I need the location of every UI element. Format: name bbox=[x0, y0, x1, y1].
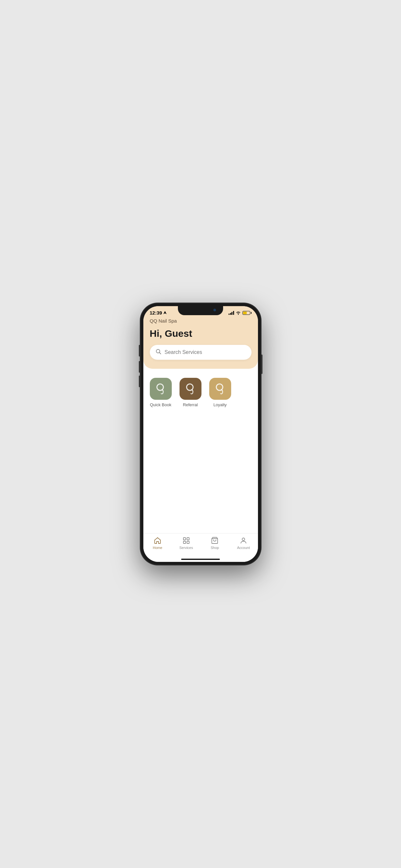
wifi-icon bbox=[236, 311, 241, 315]
loyalty-item[interactable]: Loyalty bbox=[209, 378, 231, 407]
notch bbox=[178, 306, 223, 315]
svg-rect-6 bbox=[183, 538, 186, 540]
svg-point-5 bbox=[216, 384, 223, 391]
svg-rect-8 bbox=[183, 541, 186, 544]
nav-account[interactable]: Account bbox=[234, 537, 253, 550]
shop-icon bbox=[211, 537, 219, 545]
services-icon bbox=[182, 537, 190, 545]
referral-icon-bg bbox=[180, 378, 202, 400]
status-icons bbox=[228, 311, 251, 315]
svg-point-3 bbox=[157, 384, 163, 391]
status-bar: 12:39 bbox=[143, 306, 258, 317]
notch-dot bbox=[213, 309, 216, 311]
svg-marker-0 bbox=[163, 311, 166, 314]
quick-book-label: Quick Book bbox=[150, 402, 171, 407]
nav-services-label: Services bbox=[180, 546, 193, 550]
svg-point-10 bbox=[242, 538, 245, 540]
location-arrow-icon bbox=[163, 311, 166, 315]
referral-label: Referral bbox=[183, 402, 197, 407]
quick-book-icon bbox=[154, 382, 167, 396]
nav-services[interactable]: Services bbox=[177, 537, 196, 550]
greeting-text: Hi, Guest bbox=[150, 328, 251, 339]
quick-actions: Quick Book Referral bbox=[150, 378, 251, 407]
search-icon bbox=[156, 349, 161, 356]
nav-home-label: Home bbox=[153, 546, 162, 550]
phone-screen: 12:39 bbox=[143, 306, 258, 562]
loyalty-icon-bg bbox=[209, 378, 231, 400]
loyalty-label: Loyalty bbox=[213, 402, 227, 407]
quick-book-icon-bg bbox=[150, 378, 172, 400]
nav-account-label: Account bbox=[237, 546, 250, 550]
svg-point-4 bbox=[187, 384, 193, 391]
referral-icon bbox=[184, 382, 197, 396]
bottom-nav: Home Services Shop bbox=[143, 533, 258, 559]
search-input[interactable] bbox=[165, 349, 246, 355]
svg-rect-9 bbox=[187, 541, 189, 544]
nav-shop[interactable]: Shop bbox=[205, 537, 224, 550]
nav-home[interactable]: Home bbox=[148, 537, 167, 550]
home-icon bbox=[154, 537, 161, 545]
quick-book-item[interactable]: Quick Book bbox=[150, 378, 172, 407]
app-name: QQ Nail Spa bbox=[150, 318, 251, 323]
svg-line-2 bbox=[159, 352, 161, 354]
search-bar[interactable] bbox=[150, 345, 251, 360]
status-time: 12:39 bbox=[150, 310, 166, 315]
nav-shop-label: Shop bbox=[211, 546, 219, 550]
home-indicator bbox=[143, 559, 258, 562]
loyalty-icon bbox=[213, 382, 227, 396]
main-content: Quick Book Referral bbox=[143, 369, 258, 533]
account-icon bbox=[240, 537, 247, 545]
phone-frame: 12:39 bbox=[140, 303, 261, 565]
header-section: QQ Nail Spa Hi, Guest bbox=[143, 317, 258, 369]
referral-item[interactable]: Referral bbox=[180, 378, 202, 407]
home-bar bbox=[181, 559, 220, 560]
battery-icon bbox=[243, 311, 251, 315]
time-display: 12:39 bbox=[150, 310, 162, 315]
signal-icon bbox=[228, 311, 234, 315]
svg-rect-7 bbox=[187, 538, 189, 540]
